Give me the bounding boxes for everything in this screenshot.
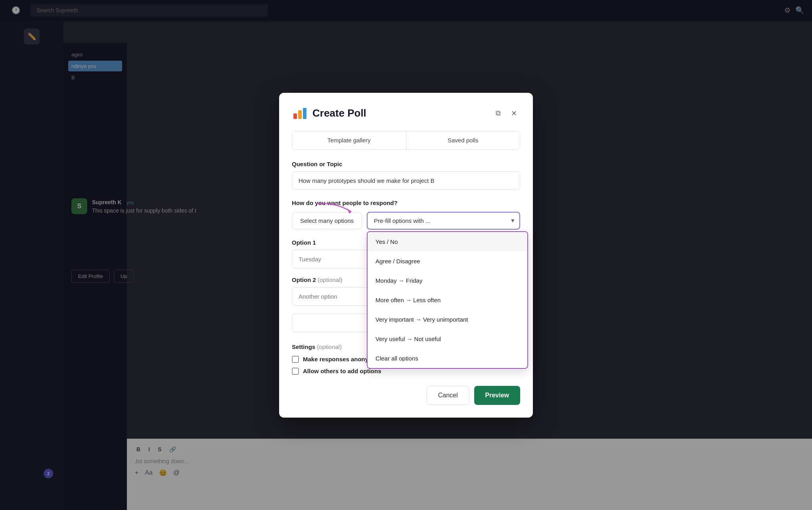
preview-button[interactable]: Preview [474, 386, 520, 405]
add-options-checkbox[interactable] [292, 368, 299, 375]
close-button[interactable]: ✕ [508, 107, 520, 120]
tab-saved-polls[interactable]: Saved polls [406, 131, 520, 149]
modal-title: Create Poll [312, 107, 366, 119]
question-input[interactable] [292, 171, 520, 190]
modal-footer: Cancel Preview [292, 386, 520, 405]
dropdown-item-monday-friday[interactable]: Monday → Friday [368, 271, 527, 290]
dropdown-item-very-useful[interactable]: Very useful → Not useful [368, 329, 527, 349]
respond-label: How do you want people to respond? [292, 199, 520, 206]
maximize-button[interactable]: ⧉ [492, 107, 504, 120]
dropdown-item-very-important[interactable]: Very important → Very unimportant [368, 310, 527, 329]
prefill-select[interactable]: Pre-fill options with ... [367, 212, 520, 230]
modal-header: Create Poll ⧉ ✕ [292, 105, 520, 121]
select-many-options-btn[interactable]: Select many options [292, 212, 362, 229]
respond-row: Select many options Pre-fill options wit… [292, 212, 520, 230]
cancel-button[interactable]: Cancel [427, 386, 469, 405]
modal-title-area: Create Poll [292, 105, 366, 121]
add-options-label: Allow others to add options [303, 368, 381, 374]
svg-rect-0 [293, 113, 297, 119]
prefill-dropdown-menu: Yes / No Agree / Disagree Monday → Frida… [367, 231, 528, 369]
create-poll-modal: Create Poll ⧉ ✕ Template gallery Saved p… [279, 93, 533, 418]
svg-rect-1 [298, 110, 302, 119]
question-label: Question or Topic [292, 161, 520, 167]
modal-header-actions: ⧉ ✕ [492, 107, 520, 120]
poll-icon [292, 105, 308, 121]
dropdown-item-more-less-often[interactable]: More often → Less often [368, 290, 527, 310]
tab-template-gallery[interactable]: Template gallery [292, 131, 406, 149]
dropdown-item-clear-all[interactable]: Clear all options [368, 349, 527, 368]
anonymous-checkbox[interactable] [292, 356, 299, 363]
prefill-dropdown-container: Pre-fill options with ... ▼ Yes / No Agr… [367, 212, 520, 230]
modal-overlay: Create Poll ⧉ ✕ Template gallery Saved p… [0, 0, 812, 510]
svg-rect-2 [303, 108, 306, 119]
dropdown-item-agree-disagree[interactable]: Agree / Disagree [368, 251, 527, 271]
dropdown-item-yes-no[interactable]: Yes / No [368, 232, 527, 251]
tabs-row: Template gallery Saved polls [292, 131, 520, 150]
